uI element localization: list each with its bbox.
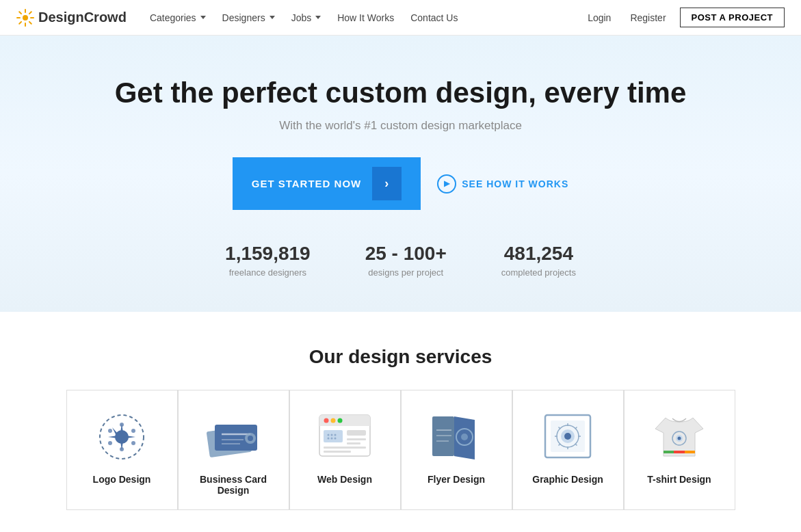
- nav-links: Categories Designers Jobs How It Works C…: [143, 8, 582, 27]
- logo-design-label: Logo Design: [93, 474, 151, 485]
- svg-point-32: [324, 418, 329, 423]
- logo-icon: [16, 9, 34, 27]
- stat-designers-label: freelance designers: [225, 267, 311, 278]
- svg-rect-47: [432, 416, 454, 456]
- register-link[interactable]: Register: [625, 10, 671, 26]
- business-card-design-label: Business Card Design: [189, 474, 278, 496]
- service-card-logo[interactable]: Logo Design: [66, 390, 178, 510]
- svg-point-38: [334, 434, 337, 436]
- svg-rect-73: [685, 451, 695, 453]
- hero-headline: Get the perfect custom design, every tim…: [14, 77, 787, 109]
- flyer-design-icon: [425, 410, 487, 464]
- svg-point-39: [328, 438, 330, 440]
- graphic-design-icon: [537, 410, 599, 464]
- web-design-icon: [314, 410, 376, 464]
- svg-point-21: [108, 429, 112, 433]
- logo-design-icon: [91, 410, 153, 464]
- svg-point-50: [461, 434, 468, 440]
- svg-point-19: [120, 447, 124, 451]
- login-link[interactable]: Login: [582, 10, 616, 26]
- services-section: Our design services: [0, 312, 801, 532]
- tshirt-design-icon: [648, 410, 710, 464]
- logo-text: DesignCrowd: [38, 10, 127, 25]
- stats-section: 1,159,819 freelance designers 25 - 100+ …: [14, 243, 787, 278]
- svg-point-20: [108, 441, 112, 445]
- stat-designers: 1,159,819 freelance designers: [225, 243, 311, 278]
- svg-point-41: [334, 438, 337, 440]
- stat-projects-number: 481,254: [501, 243, 576, 265]
- service-card-business-card[interactable]: Business Card Design: [178, 390, 289, 510]
- graphic-design-label: Graphic Design: [532, 474, 603, 485]
- nav-designers[interactable]: Designers: [215, 8, 282, 27]
- nav-right: Login Register POST A PROJECT: [582, 8, 785, 27]
- web-design-label: Web Design: [317, 474, 372, 485]
- stat-designs-label: designs per project: [365, 267, 447, 278]
- service-card-flyer[interactable]: Flyer Design: [401, 390, 512, 510]
- svg-point-34: [338, 418, 343, 423]
- services-title: Our design services: [14, 346, 787, 368]
- hero-subheadline: With the world's #1 custom design market…: [14, 119, 787, 133]
- svg-point-18: [131, 441, 135, 445]
- svg-rect-46: [324, 451, 351, 453]
- svg-point-36: [328, 434, 330, 436]
- svg-point-37: [331, 434, 333, 436]
- nav-how-it-works[interactable]: How It Works: [330, 8, 401, 27]
- svg-line-7: [29, 12, 31, 14]
- svg-point-58: [564, 433, 571, 440]
- nav-contact-us[interactable]: Contact Us: [404, 8, 464, 27]
- svg-point-40: [331, 438, 333, 440]
- see-how-button[interactable]: ▶ SEE HOW IT WORKS: [437, 174, 568, 194]
- service-card-graphic[interactable]: Graphic Design: [512, 390, 624, 510]
- svg-point-69: [678, 437, 681, 440]
- navbar: DesignCrowd Categories Designers Jobs Ho…: [0, 0, 801, 36]
- designers-chevron-icon: [270, 16, 275, 19]
- get-started-arrow-icon: ›: [372, 167, 402, 200]
- stat-projects: 481,254 completed projects: [501, 243, 576, 278]
- stat-projects-label: completed projects: [501, 267, 576, 278]
- svg-line-8: [19, 21, 21, 23]
- svg-point-28: [248, 436, 253, 441]
- svg-rect-35: [324, 430, 343, 442]
- business-card-design-icon: [202, 410, 264, 464]
- tshirt-design-label: T-shirt Design: [647, 474, 711, 485]
- svg-rect-72: [674, 451, 685, 453]
- stat-designs: 25 - 100+ designs per project: [365, 243, 447, 278]
- nav-categories[interactable]: Categories: [143, 8, 213, 27]
- jobs-chevron-icon: [315, 16, 321, 19]
- stat-designs-number: 25 - 100+: [365, 243, 447, 265]
- categories-chevron-icon: [200, 16, 206, 19]
- see-how-label: SEE HOW IT WORKS: [462, 178, 568, 189]
- hero-buttons: GET STARTED NOW › ▶ SEE HOW IT WORKS: [14, 157, 787, 210]
- service-card-web[interactable]: Web Design: [289, 390, 401, 510]
- svg-line-5: [19, 12, 21, 14]
- stat-designers-number: 1,159,819: [225, 243, 311, 265]
- svg-point-33: [331, 418, 336, 423]
- svg-rect-71: [664, 451, 674, 453]
- nav-jobs[interactable]: Jobs: [285, 8, 328, 27]
- svg-rect-44: [347, 442, 360, 444]
- get-started-label: GET STARTED NOW: [252, 178, 373, 189]
- svg-line-6: [29, 21, 31, 23]
- play-icon: ▶: [437, 174, 456, 194]
- svg-point-17: [131, 429, 135, 433]
- hero-section: Get the perfect custom design, every tim…: [0, 36, 801, 312]
- post-project-button[interactable]: POST A PROJECT: [680, 8, 785, 27]
- svg-rect-43: [347, 438, 366, 440]
- svg-point-16: [120, 423, 124, 427]
- svg-point-0: [23, 15, 28, 21]
- svg-rect-42: [347, 430, 366, 436]
- svg-rect-45: [324, 447, 366, 449]
- get-started-button[interactable]: GET STARTED NOW ›: [233, 157, 421, 210]
- services-grid: Logo Design Business Card: [14, 390, 787, 510]
- service-card-tshirt[interactable]: T-shirt Design: [624, 390, 735, 510]
- flyer-design-label: Flyer Design: [428, 474, 485, 485]
- logo[interactable]: DesignCrowd: [16, 9, 127, 27]
